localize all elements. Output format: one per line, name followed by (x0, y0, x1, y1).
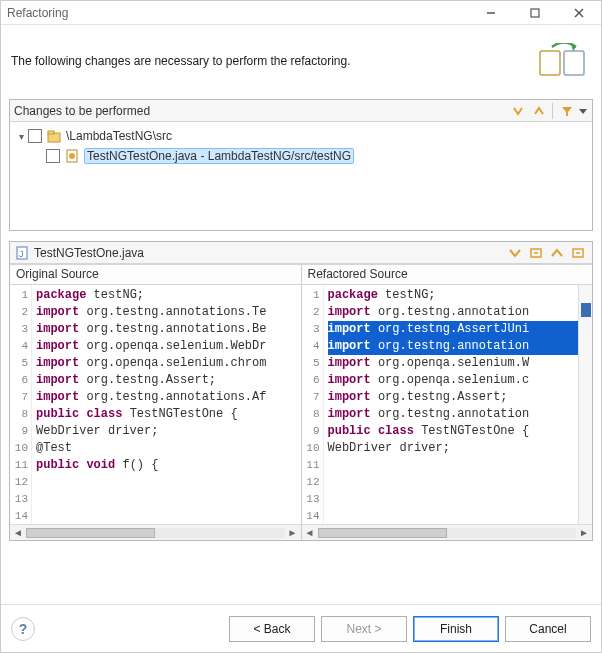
overview-ruler[interactable] (578, 285, 592, 524)
line-gutter: 1234567891011121314 (302, 285, 324, 524)
scroll-thumb[interactable] (26, 528, 155, 538)
toolbar-separator (552, 103, 553, 119)
close-button[interactable] (557, 1, 601, 25)
changes-title: Changes to be performed (14, 104, 507, 118)
tree-root-row[interactable]: ▾ \LambdaTestNG\src (14, 126, 588, 146)
prev-change-button[interactable] (568, 244, 588, 262)
title-bar: Refactoring (1, 1, 601, 25)
original-source-code[interactable]: 1234567891011121314 package testNG;impor… (10, 285, 301, 524)
original-source-pane: Original Source 1234567891011121314 pack… (10, 265, 301, 540)
scroll-right-icon[interactable]: ► (285, 527, 301, 538)
filter-dropdown-icon[interactable] (578, 102, 588, 120)
header-message: The following changes are necessary to p… (11, 54, 535, 68)
refactor-icon (535, 41, 591, 81)
cancel-button[interactable]: Cancel (505, 616, 591, 642)
svg-rect-1 (531, 9, 539, 17)
refactored-source-code[interactable]: 1234567891011121314 package testNG;impor… (302, 285, 593, 524)
maximize-button[interactable] (513, 1, 557, 25)
dialog-header: The following changes are necessary to p… (1, 25, 601, 99)
prev-diff-button[interactable] (547, 244, 567, 262)
tree-root-label: \LambdaTestNG\src (66, 129, 172, 143)
tree-child-row[interactable]: TestNGTestOne.java - LambdaTestNG/src/te… (14, 146, 588, 166)
changes-tree[interactable]: ▾ \LambdaTestNG\src TestNGTestOne.java -… (10, 122, 592, 230)
svg-rect-5 (564, 51, 584, 75)
compare-body: Original Source 1234567891011121314 pack… (10, 264, 592, 540)
scroll-track[interactable] (26, 528, 285, 538)
svg-point-11 (69, 153, 75, 159)
svg-marker-7 (579, 109, 587, 114)
svg-rect-4 (540, 51, 560, 75)
next-button: Next > (321, 616, 407, 642)
code-lines: package testNG;import org.testng.annotat… (32, 285, 301, 524)
help-button[interactable]: ? (11, 617, 35, 641)
compare-panel: J TestNGTestOne.java Original Source 123… (9, 241, 593, 541)
scroll-left-icon[interactable]: ◄ (10, 527, 26, 538)
back-button[interactable]: < Back (229, 616, 315, 642)
checkbox[interactable] (28, 129, 42, 143)
minimize-button[interactable] (469, 1, 513, 25)
scroll-track[interactable] (318, 528, 577, 538)
refactored-source-title: Refactored Source (302, 265, 593, 285)
svg-text:J: J (19, 249, 24, 259)
code-lines: package testNG;import org.testng.annotat… (324, 285, 579, 524)
scroll-right-icon[interactable]: ► (576, 527, 592, 538)
horizontal-scrollbar[interactable]: ◄ ► (302, 524, 593, 540)
tree-child-label: TestNGTestOne.java - LambdaTestNG/src/te… (84, 148, 354, 164)
button-bar: ? < Back Next > Finish Cancel (1, 604, 601, 652)
checkbox[interactable] (46, 149, 60, 163)
next-change-button[interactable] (526, 244, 546, 262)
scroll-thumb[interactable] (318, 528, 447, 538)
window-title: Refactoring (7, 6, 469, 20)
finish-button[interactable]: Finish (413, 616, 499, 642)
compare-filename: TestNGTestOne.java (34, 246, 504, 260)
changes-panel: Changes to be performed ▾ \LambdaTestNG\… (9, 99, 593, 231)
filter-button[interactable] (557, 102, 577, 120)
changes-panel-header: Changes to be performed (10, 100, 592, 122)
svg-rect-9 (48, 131, 54, 134)
java-file-icon (64, 148, 80, 164)
line-gutter: 1234567891011121314 (10, 285, 32, 524)
compare-header: J TestNGTestOne.java (10, 242, 592, 264)
scroll-left-icon[interactable]: ◄ (302, 527, 318, 538)
diff-marker[interactable] (581, 303, 591, 317)
expand-icon[interactable]: ▾ (14, 131, 28, 142)
next-diff-button[interactable] (505, 244, 525, 262)
original-source-title: Original Source (10, 265, 301, 285)
nav-up-button[interactable] (529, 102, 549, 120)
horizontal-scrollbar[interactable]: ◄ ► (10, 524, 301, 540)
refactored-source-pane: Refactored Source 1234567891011121314 pa… (301, 265, 593, 540)
package-icon (46, 128, 62, 144)
compilation-unit-icon: J (14, 245, 30, 261)
nav-down-button[interactable] (508, 102, 528, 120)
